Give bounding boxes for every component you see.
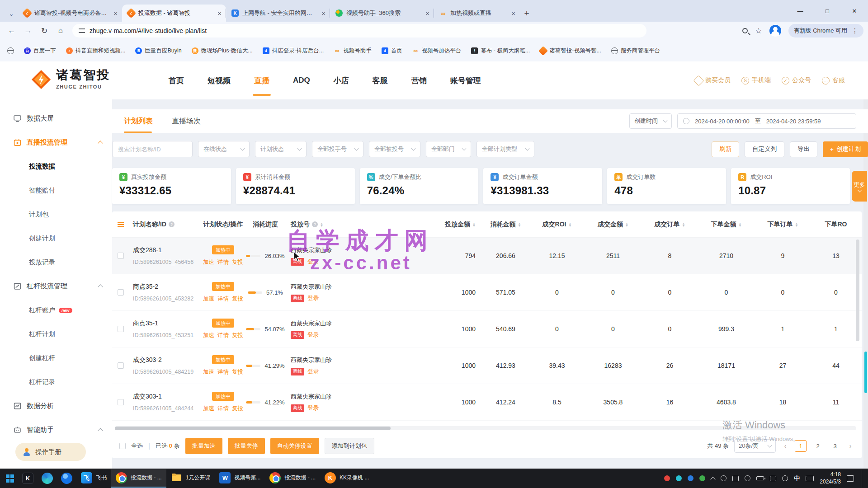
forward-button[interactable]: → xyxy=(21,23,35,38)
page-size-select[interactable]: 20条/页 xyxy=(734,439,776,453)
browser-tab-3[interactable]: K 上网导航 - 安全实用的网址导航 × xyxy=(226,5,330,22)
sort-icon[interactable]: ▲▼ xyxy=(518,222,521,227)
minimize-button[interactable]: — xyxy=(787,0,814,22)
reload-button[interactable]: ↻ xyxy=(37,23,52,38)
row-checkbox[interactable] xyxy=(118,289,124,296)
bookmark-doudian[interactable]: d抖店登录-抖店后台... xyxy=(263,47,324,55)
pinned-app-dark[interactable]: K xyxy=(18,469,38,488)
tab-close-icon[interactable]: × xyxy=(113,9,118,17)
browser-tab-4[interactable]: 视频号助手_360搜索 × xyxy=(330,5,434,22)
plan-search-input[interactable] xyxy=(112,141,193,157)
browser-tab-5[interactable]: ∞ 加热视频或直播 × xyxy=(434,5,520,22)
table-horizontal-scrollbar[interactable] xyxy=(115,426,856,430)
input-method-indicator[interactable]: 中 xyxy=(794,474,800,483)
battery-icon[interactable] xyxy=(756,476,764,480)
page-3-button[interactable]: 3 xyxy=(829,440,841,452)
row-checkbox[interactable] xyxy=(118,362,124,369)
login-link[interactable]: 登录 xyxy=(307,258,319,266)
tab-plan-list[interactable]: 计划列表 xyxy=(124,109,153,133)
taskbar-app-chrome-1[interactable]: 投流数据 - ... xyxy=(111,469,166,488)
site-settings-icon[interactable] xyxy=(79,28,85,33)
bookmark-channels-helper[interactable]: ∞视频号助手 xyxy=(334,47,372,55)
bookmark-zhuge[interactable]: 诸葛智投-视频号智... xyxy=(540,47,601,55)
sort-icon[interactable]: ▲▼ xyxy=(320,222,323,227)
sort-icon[interactable]: ▲▼ xyxy=(682,222,685,227)
tray-blue-icon[interactable] xyxy=(688,475,693,481)
taskbar-app-feishu[interactable]: 飞飞书 xyxy=(76,469,111,488)
sidebar-item-smart-compensation[interactable]: 智能赔付 xyxy=(0,178,112,202)
detail-link[interactable]: 详情 xyxy=(217,405,229,413)
accelerate-link[interactable]: 加速 xyxy=(203,295,214,303)
date-type-select[interactable]: 创建时间 xyxy=(629,113,672,129)
browser-menu-icon[interactable]: ⋮ xyxy=(852,30,858,32)
pinned-app-browser[interactable] xyxy=(57,469,76,488)
login-link[interactable]: 登录 xyxy=(307,295,319,302)
bookmark-baidu[interactable]: 百百度一下 xyxy=(24,47,56,55)
online-status-select[interactable]: 在线状态 xyxy=(198,141,250,157)
volume-icon[interactable] xyxy=(770,476,776,481)
bookmark-service-platform[interactable]: 服务商管理平台 xyxy=(611,47,660,55)
taskbar-app-doc[interactable]: W视频号第... xyxy=(215,469,265,488)
row-checkbox[interactable] xyxy=(118,399,124,405)
detail-link[interactable]: 详情 xyxy=(217,332,229,339)
mobile-app-link[interactable]: S手机端 xyxy=(741,76,771,84)
network-icon[interactable] xyxy=(721,475,726,481)
table-row-1[interactable]: 成交288-1ID:5896261005_456456 加热中加速详情复投 26… xyxy=(112,238,862,274)
nav-live[interactable]: 直播 xyxy=(254,61,269,99)
sort-icon[interactable]: ▲▼ xyxy=(795,222,798,227)
reinvest-link[interactable]: 复投 xyxy=(232,332,243,339)
nav-short-video[interactable]: 短视频 xyxy=(208,61,231,99)
keyboard-icon[interactable] xyxy=(806,476,814,481)
page-2-button[interactable]: 2 xyxy=(812,440,824,452)
chrome-update-chip[interactable]: 有新版 Chrome 可用 ⋮ xyxy=(788,24,863,38)
table-row-5[interactable]: 成交303-1ID:5896261005_484244 加热中加速详情复投 41… xyxy=(112,384,862,421)
browser-tab-2-active[interactable]: Z 投流数据 - 诸葛智投 × xyxy=(122,5,226,22)
login-link[interactable]: 登录 xyxy=(307,331,319,339)
select-all-label[interactable]: 全选 xyxy=(131,442,143,450)
row-checkbox[interactable] xyxy=(118,326,124,332)
sort-icon[interactable]: ▲▼ xyxy=(625,222,628,227)
browser-tab-1[interactable]: Z 诸葛智投-视频号电商必备工具 × xyxy=(18,5,122,22)
scrollbar-thumb[interactable] xyxy=(864,352,867,393)
taskbar-app-folder[interactable]: 1元公开课 xyxy=(166,469,215,488)
column-settings-icon[interactable] xyxy=(118,224,124,225)
sidebar-item-data-analysis[interactable]: 数据分析 xyxy=(0,394,112,418)
bookmark-mubu[interactable]: ⋮幕布 - 极简大纲笔... xyxy=(471,47,530,55)
page-1-button[interactable]: 1 xyxy=(795,440,807,452)
bookmark-buyin[interactable]: B巨量百应Buyin xyxy=(135,47,181,55)
accelerate-link[interactable]: 加速 xyxy=(203,258,214,266)
more-stats-button[interactable]: 更多 xyxy=(852,171,867,202)
nav-account[interactable]: 账号管理 xyxy=(450,61,481,99)
usb-icon[interactable] xyxy=(732,476,739,481)
scrollbar-thumb[interactable] xyxy=(115,427,391,430)
operator-account-select[interactable]: 全部投手号 xyxy=(312,141,363,157)
plan-status-select[interactable]: 计划状态 xyxy=(255,141,307,157)
taskbar-app-kk-recorder[interactable]: KKK录像机 ... xyxy=(320,469,373,488)
tab-live-sessions[interactable]: 直播场次 xyxy=(172,109,201,133)
sort-icon[interactable]: ▲▼ xyxy=(739,222,742,227)
table-row-4[interactable]: 成交303-2ID:5896261005_484219 加热中加速详情复投 41… xyxy=(112,347,862,384)
official-account-link[interactable]: ✓公众号 xyxy=(782,76,811,84)
sidebar-group-live-promotion[interactable]: 直播投流管理 xyxy=(0,131,112,155)
detail-link[interactable]: 详情 xyxy=(217,295,229,303)
sidebar-item-plan-package[interactable]: 计划包 xyxy=(0,202,112,226)
app-logo[interactable]: 诸葛智投 ZHUGE ZHITOU xyxy=(31,69,110,90)
nav-service[interactable]: 客服 xyxy=(373,61,388,99)
accelerate-link[interactable]: 加速 xyxy=(203,368,214,376)
tab-close-icon[interactable]: × xyxy=(425,9,429,17)
reinvest-link[interactable]: 复投 xyxy=(232,405,243,413)
tab-close-icon[interactable]: × xyxy=(511,9,515,17)
new-tab-button[interactable]: + xyxy=(520,5,533,22)
info-icon[interactable]: ? xyxy=(169,221,175,227)
plan-type-select[interactable]: 全部计划类型 xyxy=(476,141,534,157)
row-checkbox[interactable] xyxy=(118,253,124,259)
sidebar-item-create-leverage[interactable]: 创建杠杆 xyxy=(0,346,112,370)
profile-avatar[interactable] xyxy=(769,25,781,37)
bookmark-homepage[interactable]: d首页 xyxy=(382,47,402,55)
prev-page-button[interactable]: ‹ xyxy=(781,442,789,450)
sidebar-group-smart-assistant[interactable]: 智能助手 xyxy=(0,418,112,442)
bulk-stop-button[interactable]: 批量关停 xyxy=(228,438,265,454)
auto-stop-settings-button[interactable]: 自动关停设置 xyxy=(270,438,319,454)
date-range-picker[interactable]: 2024-04-20 00:00:00 至 2024-04-20 23:59:5… xyxy=(677,113,856,129)
bookmark-weixianchang[interactable]: 微微现场Plus-微信大... xyxy=(192,47,253,55)
